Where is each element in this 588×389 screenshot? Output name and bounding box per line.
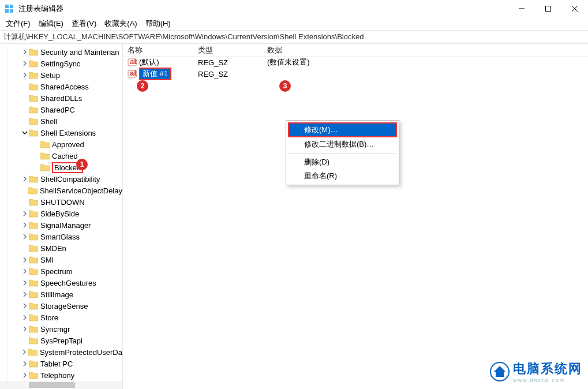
tree-item-smartglass[interactable]: SmartGlass <box>0 231 122 242</box>
list-row[interactable]: ab(默认)REG_SZ(数值未设置) <box>123 57 588 68</box>
chevron-right-icon[interactable] <box>21 267 29 275</box>
chevron-right-icon[interactable] <box>21 71 29 79</box>
tree-item-syncmgr[interactable]: Syncmgr <box>0 323 122 335</box>
svg-marker-31 <box>29 315 38 321</box>
value-name: 新值 #1 <box>139 68 171 80</box>
context-menu-modify[interactable]: 修改(M)… <box>288 122 397 137</box>
chevron-right-icon[interactable] <box>21 256 29 264</box>
list-header: 名称 类型 数据 <box>123 44 588 57</box>
menu-help[interactable]: 帮助(H) <box>142 17 174 30</box>
svg-marker-24 <box>29 234 38 240</box>
chevron-right-icon[interactable] <box>21 371 29 379</box>
tree-item-shellserviceobjectdelay[interactable]: ShellServiceObjectDelay <box>0 185 122 196</box>
chevron-right-icon[interactable] <box>21 313 29 321</box>
menu-view[interactable]: 查看(V) <box>68 17 100 30</box>
tree-item-storagesense[interactable]: StorageSense <box>0 300 122 312</box>
tree-item-smi[interactable]: SMI <box>0 254 122 265</box>
tree-item-signalmanager[interactable]: SignalManager <box>0 219 122 231</box>
title-bar: 注册表编辑器 <box>0 0 588 17</box>
tree-item-systemprotecteduserda[interactable]: SystemProtectedUserDa <box>0 346 122 358</box>
tree-item-telephony[interactable]: Telephony <box>0 369 122 381</box>
chevron-right-icon[interactable] <box>21 348 28 356</box>
svg-marker-9 <box>29 61 38 67</box>
chevron-right-icon[interactable] <box>21 233 29 241</box>
tree-item-syspreptapi[interactable]: SysPrepTapi <box>0 335 122 346</box>
chevron-right-icon[interactable] <box>21 175 29 183</box>
tree-item-shutdown[interactable]: SHUTDOWN <box>0 196 122 208</box>
svg-marker-16 <box>40 141 50 148</box>
svg-text:ab: ab <box>130 58 137 66</box>
annotation-3: 3 <box>279 80 291 92</box>
tree-item-label: Approved <box>52 140 84 149</box>
chevron-right-icon[interactable] <box>21 48 29 56</box>
window-title: 注册表编辑器 <box>18 3 508 14</box>
tree-item-settingsync[interactable]: SettingSync <box>0 58 122 69</box>
watermark: 电脑系统网 www.dnxtw.com <box>490 360 582 383</box>
tree-item-smden[interactable]: SMDEn <box>0 242 122 254</box>
chevron-right-icon[interactable] <box>21 325 29 333</box>
tree-item-shell[interactable]: Shell <box>0 115 122 127</box>
chevron-right-icon[interactable] <box>21 59 29 68</box>
tree-item-approved[interactable]: Approved <box>0 139 122 150</box>
column-header-name[interactable]: 名称 <box>123 44 193 56</box>
house-icon <box>490 362 510 381</box>
tree-item-shellcompatibility[interactable]: ShellCompatibility <box>0 173 122 185</box>
svg-marker-36 <box>29 372 38 379</box>
tree-item-cached[interactable]: Cached <box>0 150 122 162</box>
chevron-right-icon[interactable] <box>21 279 29 287</box>
tree-item-label: SharedDLLs <box>40 94 82 103</box>
tree-item-sharedpc[interactable]: SharedPC <box>0 104 122 115</box>
tree-item-label: StorageSense <box>40 302 88 311</box>
tree-item-label: SharedPC <box>40 106 75 114</box>
svg-marker-15 <box>29 130 38 136</box>
chevron-right-icon[interactable] <box>21 210 29 218</box>
menu-file[interactable]: 文件(F) <box>2 17 34 30</box>
tree-item-store[interactable]: Store <box>0 312 122 323</box>
address-bar[interactable]: 计算机\HKEY_LOCAL_MACHINE\SOFTWARE\Microsof… <box>0 30 588 44</box>
svg-rect-5 <box>546 6 551 12</box>
svg-marker-26 <box>29 257 38 263</box>
scrollbar-thumb[interactable] <box>29 382 75 388</box>
svg-marker-30 <box>29 303 38 309</box>
tree-item-label: Security and Maintenan <box>40 48 119 57</box>
context-menu-rename[interactable]: 重命名(R) <box>288 169 397 183</box>
chevron-right-icon[interactable] <box>21 221 29 229</box>
menu-edit[interactable]: 编辑(E) <box>35 17 67 30</box>
svg-rect-0 <box>5 5 9 8</box>
tree-item-shareddlls[interactable]: SharedDLLs <box>0 92 122 104</box>
menu-favorites[interactable]: 收藏夹(A) <box>101 17 140 30</box>
tree-item-blocked[interactable]: Blocked <box>0 162 122 173</box>
tree-item-sidebyside[interactable]: SideBySide <box>0 208 122 219</box>
tree-item-setup[interactable]: Setup <box>0 69 122 81</box>
tree-item-spectrum[interactable]: Spectrum <box>0 265 122 277</box>
svg-marker-27 <box>29 268 38 275</box>
svg-marker-20 <box>28 188 38 194</box>
context-menu-delete[interactable]: 删除(D) <box>288 155 397 169</box>
tree-item-tablet-pc[interactable]: Tablet PC <box>0 358 122 369</box>
tree-item-shell-extensions[interactable]: Shell Extensions <box>0 127 122 139</box>
horizontal-scrollbar[interactable] <box>0 381 122 389</box>
tree-item-label: Store <box>40 313 58 322</box>
context-menu-modify-binary[interactable]: 修改二进制数据(B)… <box>288 137 397 151</box>
chevron-down-icon[interactable] <box>21 129 29 137</box>
svg-marker-22 <box>29 211 38 217</box>
tree-item-label: SpeechGestures <box>40 279 96 287</box>
address-path: 计算机\HKEY_LOCAL_MACHINE\SOFTWARE\Microsof… <box>3 32 364 42</box>
maximize-button[interactable] <box>535 0 561 17</box>
tree-item-label: Cached <box>52 152 78 160</box>
minimize-button[interactable] <box>508 0 535 17</box>
watermark-url: www.dnxtw.com <box>513 377 582 383</box>
chevron-right-icon[interactable] <box>21 290 29 298</box>
column-header-data[interactable]: 数据 <box>263 44 588 56</box>
tree-item-label: SignalManager <box>40 221 91 230</box>
close-button[interactable] <box>561 0 588 17</box>
chevron-right-icon[interactable] <box>21 302 29 310</box>
tree-item-sharedaccess[interactable]: SharedAccess <box>0 81 122 92</box>
chevron-right-icon[interactable] <box>21 360 29 368</box>
svg-marker-28 <box>29 280 38 286</box>
tree-item-stillimage[interactable]: StillImage <box>0 289 122 300</box>
tree-item-security-and-maintenan[interactable]: Security and Maintenan <box>0 46 122 58</box>
column-header-type[interactable]: 类型 <box>193 44 263 56</box>
list-row[interactable]: ab新值 #1REG_SZ <box>123 68 588 80</box>
tree-item-speechgestures[interactable]: SpeechGestures <box>0 277 122 289</box>
